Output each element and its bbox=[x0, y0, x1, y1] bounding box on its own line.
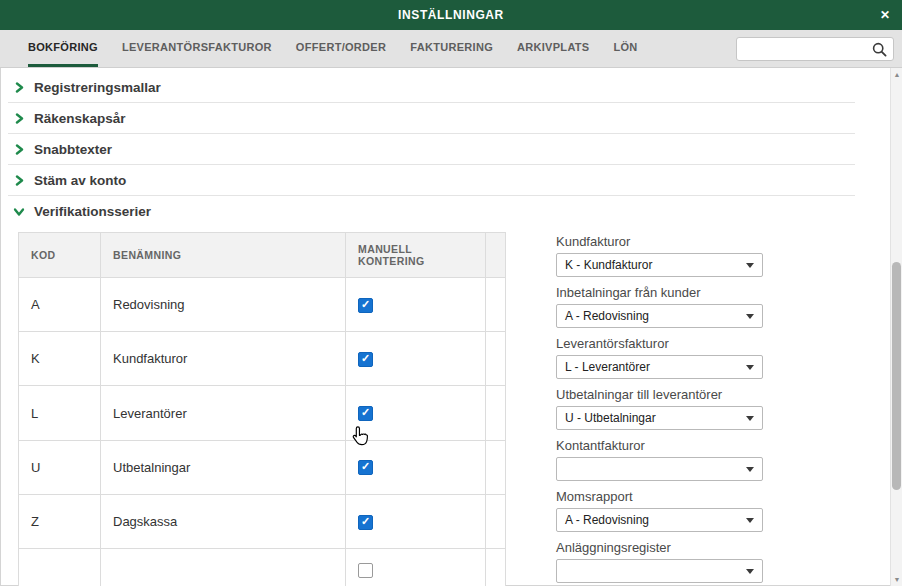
col-header-kod: KOD bbox=[19, 233, 101, 278]
cell-benamning: Dagskassa bbox=[101, 494, 346, 548]
cell-kod: U bbox=[19, 440, 101, 494]
series-mapping-column: Kundfakturor K - Kundfakturor Inbetalnin… bbox=[556, 232, 763, 586]
caret-down-icon bbox=[746, 314, 754, 319]
cell-kod: L bbox=[19, 386, 101, 440]
table-row: A Redovisning bbox=[19, 278, 506, 332]
tab-bar: BOKFÖRING LEVERANTÖRSFAKTUROR OFFERT/ORD… bbox=[0, 30, 902, 68]
section-snabbtexter[interactable]: Snabbtexter bbox=[8, 134, 855, 165]
section-label: Stäm av konto bbox=[34, 173, 126, 188]
section-label: Snabbtexter bbox=[34, 142, 112, 157]
dropdown-label: Utbetalningar till leverantörer bbox=[556, 387, 763, 402]
scroll-up-icon[interactable]: ▲ bbox=[891, 71, 902, 78]
caret-down-icon bbox=[746, 263, 754, 268]
tab-arkivplats[interactable]: ARKIVPLATS bbox=[517, 30, 589, 67]
manuell-kontering-checkbox[interactable] bbox=[358, 352, 373, 367]
section-label: Verifikationsserier bbox=[34, 204, 151, 219]
table-row: L Leverantörer bbox=[19, 386, 506, 440]
tab-lon[interactable]: LÖN bbox=[613, 30, 637, 67]
dropdown-group-anlaggningsregister: Anläggningsregister bbox=[556, 540, 763, 583]
close-icon[interactable]: ✕ bbox=[880, 9, 890, 21]
leverantorsfakturor-select[interactable]: L - Leverantörer bbox=[556, 355, 763, 379]
series-table: KOD BENÄMNING MANUELL KONTERING A Redovi… bbox=[18, 232, 506, 586]
cell-benamning bbox=[101, 549, 346, 586]
cell-kod: Z bbox=[19, 494, 101, 548]
search-icon[interactable] bbox=[872, 42, 887, 57]
inbetalningar-select[interactable]: A - Redovisning bbox=[556, 304, 763, 328]
cell-kod: K bbox=[19, 332, 101, 386]
section-registreringsmallar[interactable]: Registreringsmallar bbox=[8, 72, 855, 103]
settings-window: INSTÄLLNINGAR ✕ BOKFÖRING LEVERANTÖRSFAK… bbox=[0, 0, 902, 586]
chevron-right-icon bbox=[14, 113, 24, 124]
dropdown-group-kontantfakturor: Kontantfakturor bbox=[556, 438, 763, 481]
dropdown-group-inbetalningar: Inbetalningar från kunder A - Redovisnin… bbox=[556, 285, 763, 328]
caret-down-icon bbox=[746, 518, 754, 523]
manuell-kontering-checkbox[interactable] bbox=[358, 406, 373, 421]
table-header-row: KOD BENÄMNING MANUELL KONTERING bbox=[19, 233, 506, 278]
select-value: U - Utbetalningar bbox=[565, 411, 656, 425]
caret-down-icon bbox=[746, 416, 754, 421]
tab-leverantorsfakturor[interactable]: LEVERANTÖRSFAKTUROR bbox=[122, 30, 272, 67]
chevron-right-icon bbox=[14, 144, 24, 155]
manuell-kontering-checkbox[interactable] bbox=[358, 515, 373, 530]
dropdown-label: Momsrapport bbox=[556, 489, 763, 504]
utbetalningar-select[interactable]: U - Utbetalningar bbox=[556, 406, 763, 430]
tab-fakturering[interactable]: FAKTURERING bbox=[410, 30, 493, 67]
col-header-empty bbox=[486, 233, 506, 278]
col-header-manuell-kontering: MANUELL KONTERING bbox=[346, 233, 486, 278]
cell-benamning: Redovisning bbox=[101, 278, 346, 332]
chevron-right-icon bbox=[14, 175, 24, 186]
caret-down-icon bbox=[746, 365, 754, 370]
titlebar: INSTÄLLNINGAR ✕ bbox=[0, 0, 902, 30]
manuell-kontering-checkbox[interactable] bbox=[358, 298, 373, 313]
dropdown-group-kundfakturor: Kundfakturor K - Kundfakturor bbox=[556, 234, 763, 277]
dropdown-label: Kundfakturor bbox=[556, 234, 763, 249]
kontantfakturor-select[interactable] bbox=[556, 457, 763, 481]
cell-kod bbox=[19, 549, 101, 586]
chevron-down-icon bbox=[14, 206, 25, 216]
select-value: L - Leverantörer bbox=[565, 360, 650, 374]
cell-benamning: Kundfakturor bbox=[101, 332, 346, 386]
table-row: Z Dagskassa bbox=[19, 494, 506, 548]
dropdown-label: Anläggningsregister bbox=[556, 540, 763, 555]
cell-kod: A bbox=[19, 278, 101, 332]
anlaggningsregister-select[interactable] bbox=[556, 559, 763, 583]
select-value: A - Redovisning bbox=[565, 513, 649, 527]
section-label: Räkenskapsår bbox=[34, 111, 126, 126]
scroll-down-icon[interactable]: ▼ bbox=[891, 576, 902, 583]
cell-benamning: Leverantörer bbox=[101, 386, 346, 440]
manuell-kontering-checkbox[interactable] bbox=[358, 563, 373, 578]
table-row: U Utbetalningar bbox=[19, 440, 506, 494]
scrollbar-thumb[interactable] bbox=[892, 262, 901, 490]
manuell-kontering-checkbox[interactable] bbox=[358, 460, 373, 475]
settings-content: Registreringsmallar Räkenskapsår Snabbte… bbox=[0, 68, 890, 586]
caret-down-icon bbox=[746, 569, 754, 574]
dropdown-group-leverantorsfakturor: Leverantörsfakturor L - Leverantörer bbox=[556, 336, 763, 379]
kundfakturor-select[interactable]: K - Kundfakturor bbox=[556, 253, 763, 277]
caret-down-icon bbox=[746, 467, 754, 472]
window-title: INSTÄLLNINGAR bbox=[398, 8, 504, 22]
dropdown-group-momsrapport: Momsrapport A - Redovisning bbox=[556, 489, 763, 532]
dropdown-label: Kontantfakturor bbox=[556, 438, 763, 453]
cell-benamning: Utbetalningar bbox=[101, 440, 346, 494]
momsrapport-select[interactable]: A - Redovisning bbox=[556, 508, 763, 532]
section-stam-av-konto[interactable]: Stäm av konto bbox=[8, 165, 855, 196]
search-input[interactable] bbox=[737, 38, 872, 60]
table-row-empty bbox=[19, 549, 506, 586]
col-header-benamning: BENÄMNING bbox=[101, 233, 346, 278]
dropdown-label: Inbetalningar från kunder bbox=[556, 285, 763, 300]
dropdown-label: Leverantörsfakturor bbox=[556, 336, 763, 351]
section-label: Registreringsmallar bbox=[34, 80, 161, 95]
select-value: K - Kundfakturor bbox=[565, 258, 652, 272]
tab-offert-order[interactable]: OFFERT/ORDER bbox=[296, 30, 386, 67]
chevron-right-icon bbox=[14, 82, 24, 93]
search-box bbox=[736, 37, 894, 61]
section-verifikationsserier[interactable]: Verifikationsserier bbox=[8, 196, 855, 226]
select-value: A - Redovisning bbox=[565, 309, 649, 323]
tab-bokforing[interactable]: BOKFÖRING bbox=[28, 30, 98, 67]
vertical-scrollbar[interactable]: ▲ ▼ bbox=[890, 68, 902, 586]
table-row: K Kundfakturor bbox=[19, 332, 506, 386]
section-rakenskapsar[interactable]: Räkenskapsår bbox=[8, 103, 855, 134]
verifikationsserier-panel: KOD BENÄMNING MANUELL KONTERING A Redovi… bbox=[18, 232, 890, 586]
dropdown-group-utbetalningar: Utbetalningar till leverantörer U - Utbe… bbox=[556, 387, 763, 430]
